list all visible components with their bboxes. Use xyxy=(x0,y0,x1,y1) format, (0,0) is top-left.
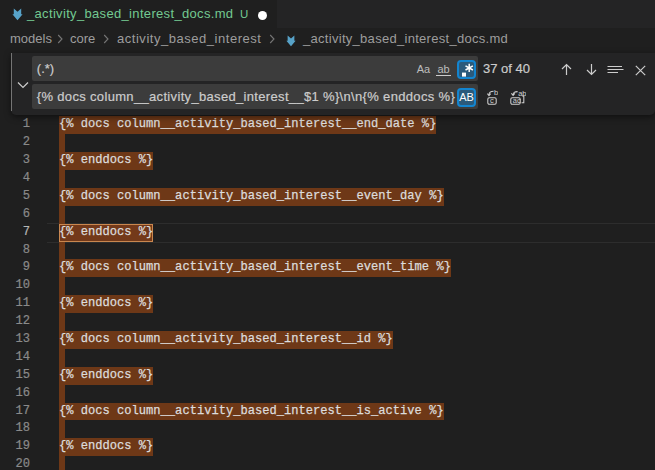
svg-text:c: c xyxy=(490,96,494,105)
svg-text:b: b xyxy=(494,90,498,97)
svg-text:ac: ac xyxy=(513,96,521,105)
